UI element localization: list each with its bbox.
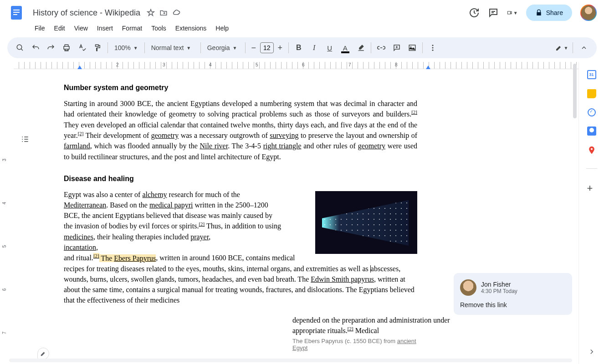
chevron-down-icon: ▼ [233, 46, 237, 51]
menu-insert[interactable]: Insert [93, 23, 117, 34]
text-color-button[interactable]: A [338, 40, 353, 55]
cloud-status-icon[interactable] [172, 9, 180, 17]
paragraph-style-select[interactable]: Normal text▼ [148, 42, 198, 53]
horizontal-ruler[interactable]: 2 3 4 5 6 7 8 [14, 62, 578, 69]
comment-body: Remove this link [460, 301, 566, 308]
increase-font-size-button[interactable]: + [275, 42, 286, 53]
docs-logo-icon[interactable] [7, 4, 26, 22]
comment-card[interactable]: Jon Fisher 4:30 PM Today Remove this lin… [454, 273, 572, 315]
chevron-down-icon: ▼ [133, 46, 138, 51]
contacts-icon[interactable] [587, 126, 596, 136]
tasks-icon[interactable] [588, 108, 596, 116]
undo-icon[interactable] [28, 40, 43, 55]
star-icon[interactable] [147, 9, 155, 17]
calendar-icon[interactable]: 31 [587, 70, 596, 79]
account-avatar[interactable] [580, 5, 597, 21]
keep-icon[interactable] [587, 89, 596, 98]
ruler-indent-left[interactable] [77, 66, 82, 69]
zoom-select[interactable]: 100%▼ [111, 42, 142, 53]
font-family-select[interactable]: Georgia▼ [204, 42, 242, 53]
italic-button[interactable]: I [307, 40, 322, 55]
move-folder-icon[interactable] [159, 9, 168, 17]
show-outline-icon[interactable] [20, 135, 30, 146]
svg-point-6 [410, 46, 411, 47]
explore-button[interactable] [37, 348, 49, 359]
share-label: Share [546, 9, 563, 16]
vertical-ruler[interactable]: 3 4 5 6 7 8 [2, 126, 10, 364]
menu-extensions[interactable]: Extensions [172, 23, 210, 34]
comments-icon[interactable] [488, 7, 499, 18]
side-panel: 31 + [578, 62, 604, 364]
paragraph: Starting in around 3000 BCE, the ancient… [64, 98, 417, 162]
decrease-font-size-button[interactable]: − [248, 42, 259, 53]
menu-file[interactable]: File [31, 23, 49, 34]
vertical-scrollbar[interactable] [573, 64, 577, 118]
svg-point-10 [590, 148, 592, 150]
menu-bar: File Edit View Insert Format Tools Exten… [7, 23, 597, 34]
svg-point-9 [432, 50, 433, 51]
toolbar: 100%▼ Normal text▼ Georgia▼ − + B I U A … [7, 37, 597, 58]
hide-side-panel-icon[interactable] [588, 348, 596, 358]
header: History of science - Wikipedia ▼ Share F… [0, 0, 604, 34]
comment-author: Jon Fisher [481, 281, 517, 288]
collapse-toolbar-icon[interactable] [577, 40, 591, 55]
search-menus-icon[interactable] [13, 40, 27, 55]
add-comment-icon[interactable] [389, 40, 404, 55]
figure-image[interactable] [315, 191, 417, 254]
heading: Number system and geometry [64, 84, 417, 92]
get-addons-icon[interactable]: + [587, 182, 596, 192]
svg-rect-3 [13, 14, 17, 15]
redo-icon[interactable] [44, 40, 58, 55]
more-toolbar-icon[interactable] [425, 40, 440, 55]
underline-button[interactable]: U [322, 40, 337, 55]
maps-icon[interactable] [587, 146, 596, 155]
bold-button[interactable]: B [292, 40, 306, 55]
menu-view[interactable]: View [71, 23, 92, 34]
menu-help[interactable]: Help [212, 23, 232, 34]
lock-icon [535, 9, 543, 16]
menu-tools[interactable]: Tools [148, 23, 170, 34]
document-page[interactable]: Number system and geometry Starting in a… [55, 69, 426, 317]
editing-mode-button[interactable]: ▼ [554, 40, 569, 55]
highlighted-link: Ebers Papyrus [114, 254, 156, 262]
svg-point-8 [432, 47, 433, 49]
meet-icon[interactable]: ▼ [507, 7, 518, 18]
document-title[interactable]: History of science - Wikipedia [31, 7, 142, 19]
chevron-down-icon: ▼ [186, 46, 191, 51]
highlight-color-button[interactable] [353, 40, 368, 55]
svg-rect-2 [13, 12, 20, 13]
insert-link-icon[interactable] [374, 40, 389, 55]
font-size-input[interactable] [260, 42, 274, 53]
horizontal-scrollbar[interactable] [9, 359, 572, 362]
figure-caption: The Ebers Papyrus (c. 1550 BCE) from anc… [292, 338, 426, 351]
insert-image-icon[interactable] [405, 40, 420, 55]
heading: Disease and healing [64, 175, 417, 183]
comment-avatar [460, 279, 476, 296]
document-canvas[interactable]: 2 3 4 5 6 7 8 Number system and geometry… [0, 62, 578, 364]
history-icon[interactable] [469, 7, 480, 18]
menu-format[interactable]: Format [118, 23, 146, 34]
menu-edit[interactable]: Edit [51, 23, 69, 34]
svg-point-4 [17, 45, 22, 50]
print-icon[interactable] [59, 40, 74, 55]
ruler-indent-right[interactable] [426, 66, 430, 69]
spellcheck-icon[interactable] [75, 40, 89, 55]
paint-format-icon[interactable] [90, 40, 105, 55]
share-button[interactable]: Share [526, 5, 572, 21]
svg-point-7 [432, 45, 433, 46]
svg-rect-1 [13, 10, 20, 10]
comment-timestamp: 4:30 PM Today [481, 288, 517, 294]
